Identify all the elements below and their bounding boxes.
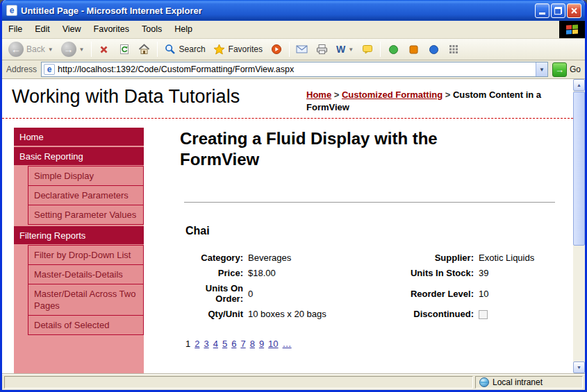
pager-page-link[interactable]: 10 (268, 339, 278, 349)
forward-button[interactable]: → ▼ (58, 40, 88, 58)
address-bar: Address e ▼ → Go (2, 60, 585, 79)
breadcrumb-link-home[interactable]: Home (306, 90, 331, 100)
status-message-panel (4, 376, 473, 389)
chevron-down-icon: ▼ (539, 67, 545, 73)
pager-page-link[interactable]: 8 (250, 339, 255, 349)
toolbar-separator (289, 42, 290, 57)
menu-favorites[interactable]: Favorites (88, 21, 135, 38)
addon-button-1[interactable] (383, 42, 403, 57)
home-button[interactable] (135, 42, 154, 57)
field-label-price: Price: (180, 268, 247, 278)
arrow-up-icon: ▲ (577, 83, 581, 87)
refresh-icon (118, 43, 131, 56)
minimize-button[interactable] (535, 3, 549, 18)
sidebar-section-home[interactable]: Home (14, 128, 144, 146)
field-label-units-in-stock: Units In Stock: (386, 268, 477, 278)
menu-edit[interactable]: Edit (28, 21, 56, 38)
print-button[interactable] (313, 42, 332, 57)
breadcrumb-separator: > (445, 90, 451, 100)
sidebar-item-simple-display[interactable]: Simple Display (28, 166, 144, 186)
address-input[interactable] (58, 65, 536, 74)
mail-button[interactable] (292, 42, 312, 57)
window-title: Untitled Page - Microsoft Internet Explo… (21, 6, 531, 16)
field-value-reorder-level: 10 (477, 289, 555, 299)
pager-page-link[interactable]: 9 (259, 339, 264, 349)
pager-page-ellipsis[interactable]: … (283, 339, 292, 349)
menu-tools[interactable]: Tools (135, 21, 168, 38)
sidebar-nav: Home Basic Reporting Simple Display Decl… (14, 128, 144, 373)
search-icon (164, 43, 176, 56)
favorites-star-icon (213, 43, 226, 56)
word-icon: W (336, 44, 345, 55)
title-bar: e Untitled Page - Microsoft Internet Exp… (2, 0, 585, 21)
product-name: Chai (185, 225, 555, 237)
page-content: Working with Data Tutorials Home > Custo… (2, 79, 573, 373)
restore-button[interactable] (551, 3, 565, 18)
address-dropdown-button[interactable]: ▼ (536, 62, 547, 76)
addon-button-2[interactable] (404, 42, 423, 57)
favorites-button[interactable]: Favorites (210, 42, 266, 57)
pager-page-link[interactable]: 6 (231, 339, 236, 349)
back-label: Back (26, 44, 45, 54)
field-value-qty-unit: 10 boxes x 20 bags (247, 309, 386, 319)
field-value-units-in-stock: 39 (477, 268, 555, 278)
menu-view[interactable]: View (56, 21, 88, 38)
favorites-label: Favorites (229, 44, 263, 54)
search-button[interactable]: Search (160, 42, 209, 57)
scrollbar-track[interactable] (573, 246, 585, 361)
security-zone-label: Local intranet (493, 377, 543, 387)
discontinued-checkbox (479, 310, 488, 319)
sidebar-section-filtering-reports[interactable]: Filtering Reports (14, 226, 144, 244)
sidebar-item-declarative-parameters[interactable]: Declarative Parameters (28, 185, 144, 205)
media-button[interactable] (267, 42, 286, 57)
breadcrumb-link-customized-formatting[interactable]: Customized Formatting (342, 90, 443, 100)
sidebar-section-basic-reporting[interactable]: Basic Reporting (14, 147, 144, 165)
toolbar-separator (380, 42, 381, 57)
field-label-supplier: Supplier: (386, 253, 477, 263)
pager-page-link[interactable]: 5 (222, 339, 227, 349)
sidebar-item-master-details-details[interactable]: Master-Details-Details (28, 264, 144, 284)
scrollbar-down-button[interactable]: ▼ (573, 361, 585, 373)
pager: 1 2 3 4 5 6 7 8 9 10 … (185, 339, 555, 349)
sidebar-item-master-detail-across-two-pages[interactable]: Master/Detail Across Two Pages (28, 284, 144, 316)
discuss-button[interactable] (358, 42, 377, 57)
formview-fields: Category: Beverages Supplier: Exotic Liq… (180, 253, 555, 319)
browser-window: e Untitled Page - Microsoft Internet Exp… (0, 0, 587, 392)
divider (184, 202, 555, 203)
refresh-button[interactable] (115, 42, 134, 57)
field-label-category: Category: (180, 253, 247, 263)
back-icon: ← (8, 42, 24, 57)
addon-button-3[interactable] (424, 42, 443, 57)
back-chevron-down-icon: ▼ (48, 46, 53, 53)
globe-icon (479, 377, 489, 387)
breadcrumb-separator: > (334, 90, 340, 100)
sidebar-item-details-of-selected[interactable]: Details of Selected (28, 315, 144, 335)
menu-file[interactable]: File (2, 21, 28, 38)
addon-button-4[interactable] (444, 42, 463, 57)
site-title: Working with Data Tutorials (12, 86, 240, 112)
scrollbar-thumb[interactable] (573, 92, 585, 246)
pager-page-link[interactable]: 3 (204, 339, 208, 349)
sidebar-item-setting-parameter-values[interactable]: Setting Parameter Values (28, 205, 144, 225)
stop-button[interactable] (94, 42, 114, 57)
back-button[interactable]: ← Back ▼ (5, 40, 57, 58)
field-label-qty-unit: Qty/Unit (180, 309, 247, 319)
page-body: Home Basic Reporting Simple Display Decl… (2, 119, 573, 373)
orange-badge-icon (407, 43, 420, 56)
pager-page-link[interactable]: 4 (213, 339, 218, 349)
pager-page-link[interactable]: 7 (240, 339, 245, 349)
pager-page-link[interactable]: 2 (195, 339, 199, 349)
blue-badge-icon (427, 43, 440, 56)
edit-button[interactable]: W ▼ (333, 42, 357, 56)
close-button[interactable] (567, 3, 581, 18)
field-label-units-on-order: Units On Order: (180, 283, 247, 304)
home-icon (138, 43, 151, 56)
ie-window-icon[interactable]: e (6, 5, 17, 16)
go-button[interactable]: → Go (552, 62, 581, 77)
scrollbar-up-button[interactable]: ▲ (573, 79, 585, 91)
menu-help[interactable]: Help (168, 21, 199, 38)
menu-bar: File Edit View Favorites Tools Help (2, 21, 585, 39)
sidebar-item-filter-by-drop-down-list[interactable]: Filter by Drop-Down List (28, 245, 144, 265)
search-label: Search (179, 44, 206, 54)
field-value-price: $18.00 (247, 268, 386, 278)
